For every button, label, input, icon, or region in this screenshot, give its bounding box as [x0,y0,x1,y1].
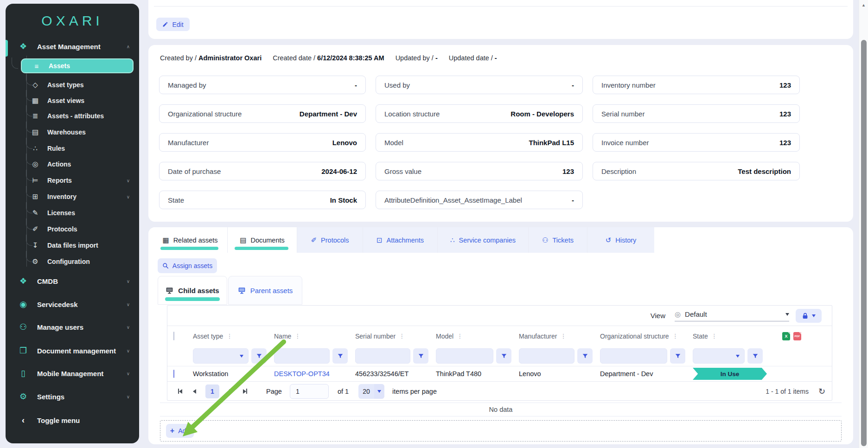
cmdb-icon: ❖ [18,276,29,286]
sidebar-item-cmdb[interactable]: ❖ CMDB ∨ [6,269,139,293]
column-menu-icon[interactable]: ⋮ [226,333,232,339]
funnel-icon [582,353,588,359]
filter-serial-number[interactable] [355,348,410,364]
filter-name-input[interactable] [274,349,329,363]
scroll-up-icon[interactable]: ▲ [859,3,868,7]
view-label: View [651,312,665,320]
items-range-label: 1 - 1 of 1 items [766,388,809,395]
column-header-serial-number[interactable]: Serial number⋮ [355,333,436,340]
column-menu-icon[interactable]: ⋮ [672,333,678,339]
column-menu-icon[interactable]: ⋮ [560,333,566,339]
settings-icon: ⚙ [18,391,29,402]
column-menu-icon[interactable]: ⋮ [711,333,717,339]
filter-funnel-button[interactable] [670,348,685,364]
field-location-structure: Location structure Room - Developers [376,104,583,123]
funnel-icon [675,353,681,359]
tab-attachments[interactable]: ⊡ Attachments [363,227,438,253]
divider [154,6,848,6]
tab-related-assets[interactable]: ▦ Related assets [153,227,228,253]
page-number-input[interactable] [290,384,329,399]
page-size-select[interactable]: 20 [358,384,384,399]
sidebar-item-configuration[interactable]: ⚙ Configuration [6,254,139,269]
filter-name[interactable] [274,348,330,364]
tab-history[interactable]: ↺ History [587,227,654,253]
column-menu-icon[interactable]: ⋮ [399,333,405,339]
asset-table-row[interactable]: Workstation DESKTOP-OPT34 456233/32546/E… [167,366,832,381]
edit-button[interactable]: Edit [156,18,190,31]
filter-manufacturer[interactable] [519,348,574,364]
plus-icon: + [170,427,174,435]
tab-tickets[interactable]: ⚇ Tickets [529,227,587,253]
filter-organizational-structure-input[interactable] [600,349,667,363]
export-pdf-icon[interactable]: PDF [793,332,801,340]
filter-manufacturer-input[interactable] [519,349,574,363]
asset-details-card: Created by /Administrator Oxari Created … [148,45,853,222]
last-page-button[interactable] [239,385,251,397]
sidebar-item-toggle-menu[interactable]: ‹ Toggle menu [6,409,139,432]
sidebar-item-manage-users[interactable]: ⚇ Manage users ∨ [6,315,139,339]
row-checkbox[interactable] [173,370,174,378]
field-model: Model ThinkPad L15 [376,133,583,152]
sidebar-item-servicedesk[interactable]: ◉ Servicedesk ∨ [6,293,139,316]
fields-column-3: Inventory number 123 Serial number 123 I… [593,76,800,180]
tab-protocols[interactable]: ✐ Protocols [297,227,363,253]
sidebar-item-document-management[interactable]: ❐ Document management ∨ [6,339,139,362]
filter-funnel-button[interactable] [496,348,511,364]
column-header-asset-type[interactable]: Asset type⋮ [193,333,274,340]
column-header-manufacturer[interactable]: Manufacturer⋮ [519,333,600,340]
rules-icon: ∴ [31,144,40,153]
sidebar-item-assets[interactable]: ≡ Assets [21,58,134,73]
column-header-model[interactable]: Model⋮ [436,333,519,340]
chevron-up-icon: ∧ [127,44,139,49]
sidebar-item-settings[interactable]: ⚙ Settings ∨ [6,385,139,408]
lock-view-button[interactable] [796,309,822,323]
current-page-button[interactable]: 1 [205,384,219,398]
column-menu-icon[interactable]: ⋮ [294,333,300,339]
column-header-organizational-structure[interactable]: Organizational structure⋮ [600,333,693,340]
asset-management-icon: ❖ [18,41,29,51]
filter-asset-type[interactable] [193,348,249,364]
filter-model-input[interactable] [436,349,493,363]
cell-name-link[interactable]: DESKTOP-OPT34 [274,370,355,378]
column-header-name[interactable]: Name⋮ [274,333,355,340]
filter-model[interactable] [436,348,493,364]
column-menu-icon[interactable]: ⋮ [457,333,463,339]
grid-filter-row [167,346,832,366]
tab-service-companies[interactable]: ∴ Service companies [438,227,529,253]
pagination-bar: 1 Page of 1 20 items per page 1 - 1 of 1… [167,381,832,401]
next-page-button[interactable] [224,385,236,397]
grid-view-row: View ◎ Default [167,306,832,326]
view-select[interactable]: ◎ Default [675,310,789,321]
tab-documents[interactable]: ▤ Documents [228,227,297,253]
scrollbar[interactable]: ▲ [859,0,868,448]
chevron-down-icon: ∨ [127,325,139,330]
filter-funnel-button[interactable] [577,348,593,364]
first-page-button[interactable] [174,385,186,397]
filter-funnel-button[interactable] [251,348,267,364]
scrollbar-thumb[interactable] [861,40,867,446]
previous-page-button[interactable] [188,385,200,397]
sidebar-item-mobile-management[interactable]: ▯ Mobile Management ∨ [6,362,139,385]
add-button[interactable]: + Add [166,424,194,438]
column-header-state[interactable]: State⋮ [693,333,770,340]
field-organizational-structure: Organizational structure Department - De… [159,104,366,123]
filter-funnel-button[interactable] [747,348,763,364]
assets-attributes-icon: ≣ [31,112,40,120]
filter-funnel-button[interactable] [413,348,428,364]
export-excel-icon[interactable]: X [782,332,790,340]
chevron-down-icon: ∨ [127,178,139,183]
refresh-icon[interactable]: ↻ [818,386,825,397]
subtab-parent-assets[interactable]: Parent assets [228,276,302,305]
filter-funnel-button[interactable] [332,348,348,364]
pencil-icon [162,21,168,27]
assign-assets-button[interactable]: Assign assets [158,258,217,273]
filter-state[interactable] [693,348,745,364]
filter-organizational-structure[interactable] [600,348,667,364]
sidebar-item-asset-management[interactable]: ❖ Asset Management ∧ [6,35,139,58]
subtab-child-assets[interactable]: Child assets [158,276,227,305]
manage-users-icon: ⚇ [18,322,29,332]
select-all-checkbox[interactable] [173,332,174,340]
field-invoice-number: Invoice number 123 [593,133,800,152]
chevron-down-icon: ∨ [127,194,139,199]
filter-serial-number-input[interactable] [356,349,410,363]
